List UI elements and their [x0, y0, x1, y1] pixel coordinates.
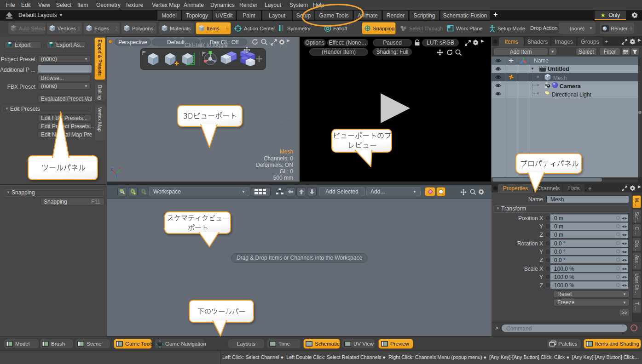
- svg-text:Z: Z: [110, 167, 113, 171]
- svg-text:Y: Y: [115, 176, 118, 180]
- svg-text:X: X: [119, 166, 121, 171]
